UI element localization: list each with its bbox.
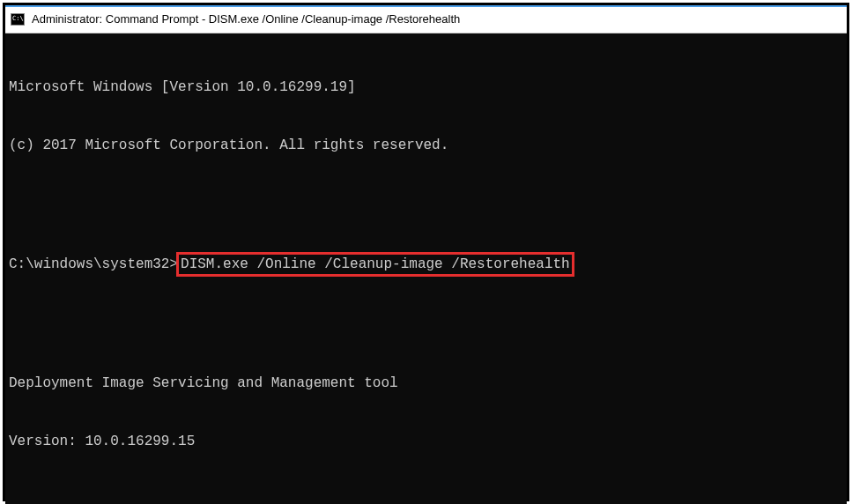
terminal-output[interactable]: Microsoft Windows [Version 10.0.16299.19… — [5, 33, 847, 504]
version-line: Microsoft Windows [Version 10.0.16299.19… — [9, 78, 843, 97]
window-title: Administrator: Command Prompt - DISM.exe… — [32, 12, 460, 26]
copyright-line: (c) 2017 Microsoft Corporation. All righ… — [9, 136, 843, 155]
window-top-border — [5, 5, 847, 7]
command-prompt-window: Administrator: Command Prompt - DISM.exe… — [3, 3, 849, 501]
cmd-icon — [11, 13, 25, 26]
blank-line — [9, 315, 843, 335]
blank-line — [9, 490, 843, 504]
highlighted-command: DISM.exe /Online /Cleanup-image /Restore… — [176, 252, 574, 277]
prompt-path: C:\windows\system32> — [9, 255, 178, 274]
tool-version-line: Version: 10.0.16299.15 — [9, 432, 843, 451]
blank-line — [9, 194, 843, 213]
titlebar[interactable]: Administrator: Command Prompt - DISM.exe… — [5, 5, 847, 33]
prompt-line: C:\windows\system32>DISM.exe /Online /Cl… — [9, 252, 843, 277]
tool-name-line: Deployment Image Servicing and Managemen… — [9, 374, 843, 393]
